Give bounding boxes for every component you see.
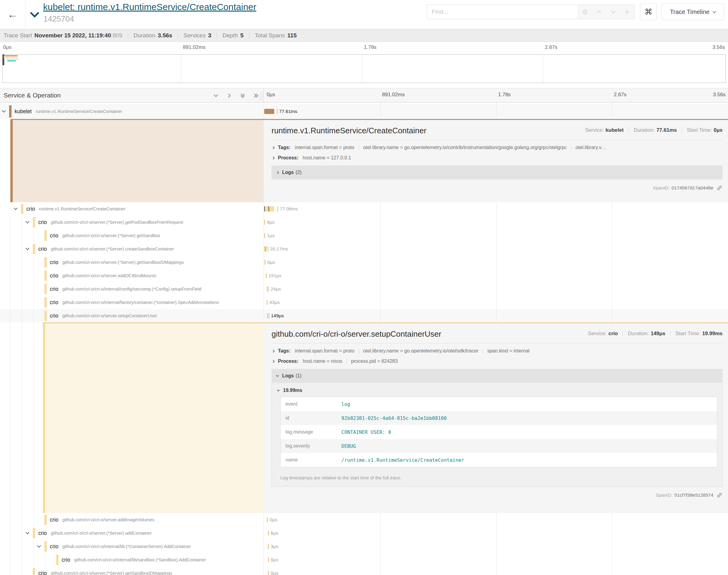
span-bar[interactable] [268, 531, 269, 536]
span-bar[interactable] [267, 517, 268, 522]
span-row[interactable]: crio github.com/cri-o/cri-o/server.(*Ser… [0, 567, 728, 575]
log-field-key: event [280, 401, 341, 407]
chevron-down-icon[interactable] [26, 530, 29, 534]
timeline-column-header: Service & Operation 0μs 891.02ms 1.78s 2… [0, 88, 728, 103]
locate-icon[interactable] [580, 7, 590, 17]
service-color-bar [9, 105, 11, 117]
process-row[interactable]: Process: host.name = 127.0.0.1 [271, 155, 723, 161]
log-field-row: event log [280, 397, 717, 411]
span-row[interactable]: crio github.com/cri-o/cri-o/server.(*Ser… [0, 242, 728, 256]
span-row[interactable]: crio github.com/cri-o/cri-o/server.addOC… [0, 269, 728, 282]
process-row[interactable]: Process: host.name = nixos process.pid =… [271, 359, 723, 364]
span-row-selected[interactable]: crio github.com/cri-o/cri-o/server.setup… [0, 309, 728, 323]
trace-title-link[interactable]: kubelet: runtime.v1.RuntimeService/Creat… [43, 2, 256, 12]
chevron-down-icon[interactable] [2, 109, 6, 113]
collapse-header-chevron-icon[interactable] [30, 8, 39, 18]
span-duration: 151μs [268, 273, 282, 278]
process-item: host.name = 127.0.0.1 [303, 155, 352, 161]
trace-start-label: Trace Start [4, 32, 32, 39]
span-duration: 24μs [268, 286, 281, 292]
span-row[interactable]: crio github.com/cri-o/cri-o/internal/fac… [0, 296, 728, 309]
span-bar[interactable] [264, 246, 267, 252]
span-bar[interactable] [268, 557, 269, 563]
span-service: crio [38, 530, 47, 536]
span-bar[interactable] [268, 571, 269, 575]
find-input[interactable] [427, 5, 578, 19]
span-operation: github.com/cri-o/cri-o/server.setupConta… [62, 313, 157, 318]
spanid-value: 0174567d17a0448e [671, 185, 714, 191]
find-clear-icon[interactable]: × [622, 7, 632, 17]
span-service: crio [38, 219, 47, 226]
span-duration: 43μs [269, 300, 280, 305]
span-row[interactable]: crio github.com/cri-o/cri-o/internal/lib… [0, 553, 728, 567]
find-prev-icon[interactable] [594, 7, 604, 17]
span-row[interactable]: crio runtime.v1.RuntimeService/CreateCon… [0, 202, 728, 215]
span-bar[interactable] [267, 313, 268, 318]
log-field-row: name /runtime.v1.RuntimeService/CreateCo… [280, 453, 717, 467]
column-resizer-handle[interactable] [260, 93, 262, 100]
process-item: host.name = nixos [303, 359, 342, 364]
logs-toggle[interactable]: Logs (1) [271, 369, 723, 383]
minimap-canvas[interactable] [2, 54, 726, 83]
span-row[interactable]: crio github.com/cri-o/cri-o/server.addIm… [0, 513, 728, 527]
chevron-down-icon[interactable] [14, 206, 18, 210]
log-entry-toggle[interactable]: 19.99ms [277, 388, 717, 393]
process-label: Process: [278, 155, 299, 161]
span-row[interactable]: crio github.com/cri-o/cri-o/server.(*Ser… [0, 215, 728, 229]
span-row[interactable]: crio github.com/cri-o/cri-o/internal/con… [0, 282, 728, 296]
span-bar[interactable] [264, 220, 265, 225]
chevron-down-icon[interactable] [37, 544, 41, 548]
chevron-down-icon[interactable] [26, 219, 29, 224]
trace-id: 1425704 [43, 14, 74, 24]
collapse-one-icon[interactable] [226, 92, 233, 99]
service-color-bar [33, 244, 35, 254]
service-operation-title: Service & Operation [4, 92, 61, 99]
chevron-right-icon [272, 156, 275, 159]
view-selector-button[interactable]: Trace Timeline [661, 4, 724, 20]
span-bar[interactable] [266, 273, 267, 278]
expand-one-icon[interactable] [212, 92, 219, 99]
tags-row[interactable]: Tags: internal.span.format = proto otel.… [271, 145, 723, 150]
span-detail-row: runtime.v1.RuntimeService/CreateContaine… [0, 119, 728, 202]
span-row[interactable]: crio github.com/cri-o/cri-o/server.(*Ser… [0, 256, 728, 269]
span-row[interactable]: crio github.com/cri-o/cri-o/internal/lib… [0, 540, 728, 553]
span-bar[interactable] [264, 233, 265, 238]
tags-label: Tags: [278, 348, 290, 354]
span-operation: github.com/cri-o/cri-o/server.(*Server).… [62, 233, 160, 238]
start-time-label: Start Time: [687, 127, 712, 133]
services-value: 3 [208, 32, 211, 39]
copy-link-icon[interactable] [717, 492, 723, 498]
span-duration: 20.17ms [268, 246, 288, 252]
back-button[interactable]: ← [0, 0, 26, 29]
keyboard-shortcuts-button[interactable]: ⌘ [640, 4, 657, 20]
service-color-bar [21, 204, 23, 214]
copy-link-icon[interactable] [717, 185, 723, 191]
span-bar[interactable] [265, 260, 265, 265]
span-service: crio [50, 313, 58, 319]
duration-value: 3.56s [158, 32, 172, 39]
span-row[interactable]: crio github.com/cri-o/cri-o/server.(*Ser… [0, 229, 728, 242]
spanid-value: 51cf7f38e5128574 [674, 493, 714, 498]
logs-toggle[interactable]: Logs (2) [271, 165, 723, 179]
logs-label: Logs [282, 170, 294, 175]
tags-row[interactable]: Tags: internal.span.format = proto otel.… [271, 348, 723, 354]
log-field-value: DEBUG [341, 443, 356, 449]
span-row[interactable]: kubelet runtime.v1.RuntimeService/Create… [0, 104, 728, 119]
service-color-bar [44, 284, 47, 294]
span-bar[interactable] [264, 109, 274, 114]
span-bar[interactable] [267, 286, 268, 292]
span-bar[interactable] [267, 300, 268, 305]
expand-all-icon[interactable] [239, 92, 246, 99]
span-row[interactable]: crio github.com/cri-o/cri-o/server.(*Ser… [0, 527, 728, 540]
chevron-down-icon [713, 10, 716, 13]
span-service: crio [50, 259, 58, 266]
collapse-all-icon[interactable] [253, 92, 259, 99]
process-item: process.pid = 624283 [351, 359, 398, 364]
span-bar[interactable] [268, 544, 269, 549]
chevron-down-icon[interactable] [26, 246, 29, 250]
service-label: Service: [585, 127, 603, 133]
service-color-bar [33, 217, 35, 227]
span-bar[interactable] [264, 206, 274, 212]
find-next-icon[interactable] [608, 7, 618, 17]
span-service: crio [38, 570, 47, 575]
